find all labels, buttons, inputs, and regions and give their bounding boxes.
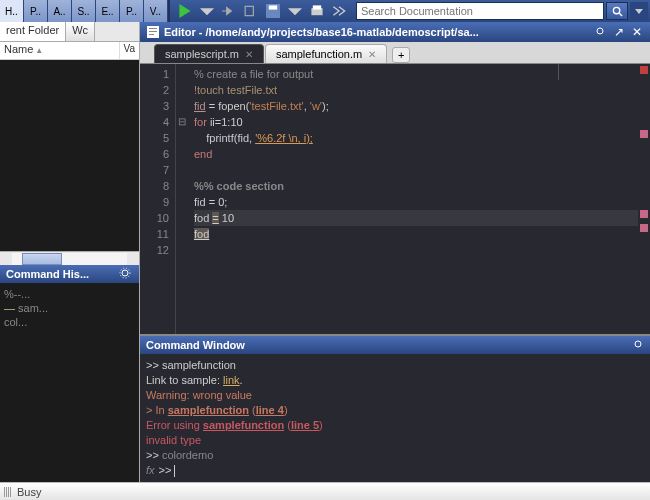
code-line[interactable]: % create a file for output — [194, 66, 638, 82]
line-gutter: 123456789101112 — [140, 64, 176, 334]
line-number: 1 — [140, 66, 169, 82]
tab-workspace[interactable]: Wc — [66, 22, 95, 41]
close-icon[interactable]: ✕ — [630, 25, 644, 39]
code-line[interactable]: fod — [194, 226, 638, 242]
folder-col-name[interactable]: Name▲ — [0, 42, 120, 59]
history-item[interactable]: — sam... — [4, 301, 135, 315]
close-icon[interactable]: ✕ — [245, 49, 253, 60]
command-window: Command Window >> samplefunctionLink to … — [140, 334, 650, 482]
step-icon[interactable] — [220, 2, 238, 20]
search-dropdown-icon[interactable] — [630, 2, 648, 20]
line-number: 3 — [140, 98, 169, 114]
gear-icon[interactable] — [632, 338, 644, 352]
scrollbar-thumb[interactable] — [22, 253, 62, 265]
code-line[interactable]: fid = fopen('testFile.txt', 'w'); — [194, 98, 638, 114]
code-line[interactable] — [194, 242, 638, 258]
svg-rect-12 — [149, 34, 154, 35]
code-line[interactable]: end — [194, 146, 638, 162]
code-line[interactable]: fid = 0; — [194, 194, 638, 210]
code-line[interactable]: !touch testFile.txt — [194, 82, 638, 98]
step-out-icon[interactable] — [242, 2, 260, 20]
ribbon-tab[interactable]: P.. — [24, 0, 48, 22]
svg-point-5 — [613, 7, 619, 13]
sort-asc-icon: ▲ — [35, 46, 43, 55]
fold-toggle — [176, 178, 188, 194]
cmd-line: invalid type — [146, 433, 644, 448]
folder-scrollbar[interactable] — [0, 251, 139, 265]
dropdown-icon[interactable] — [286, 2, 304, 20]
ribbon-tab[interactable]: P.. — [120, 0, 144, 22]
cmd-line: Error using samplefunction (line 5) — [146, 418, 644, 433]
folder-col-value[interactable]: Va — [120, 42, 140, 59]
file-tab-samplefunction[interactable]: samplefunction.m✕ — [265, 44, 387, 63]
code-line[interactable] — [194, 162, 638, 178]
command-window-body[interactable]: >> samplefunctionLink to sample: link.Wa… — [140, 354, 650, 482]
folder-header: Name▲ Va — [0, 42, 139, 60]
command-window-title: Command Window — [140, 336, 650, 354]
history-item[interactable]: col... — [4, 315, 135, 329]
line-number: 5 — [140, 130, 169, 146]
ribbon-tab[interactable]: V.. — [144, 0, 168, 22]
svg-point-7 — [122, 270, 128, 276]
svg-rect-11 — [149, 31, 157, 32]
code-area[interactable]: % create a file for output!touch testFil… — [188, 64, 638, 334]
folder-panel-tabs: rent Folder Wc — [0, 22, 139, 42]
line-number: 6 — [140, 146, 169, 162]
dropdown-icon[interactable] — [198, 2, 216, 20]
file-tab-samplescript[interactable]: samplescript.m✕ — [154, 44, 264, 63]
fold-toggle — [176, 82, 188, 98]
ribbon-tab[interactable]: E.. — [96, 0, 120, 22]
cmd-line: > In samplefunction (line 4) — [146, 403, 644, 418]
save-icon[interactable] — [264, 2, 282, 20]
command-prompt[interactable]: fx>> — [146, 463, 644, 478]
code-line[interactable]: fprintf(fid, '%6.2f \n, i); — [194, 130, 638, 146]
ribbon-tabs: H..P..A..S..E..P..V.. — [0, 0, 168, 22]
command-history-body[interactable]: %--...— sam...col... — [0, 283, 139, 482]
search-button[interactable] — [606, 2, 628, 20]
undock-icon[interactable]: ↗ — [612, 25, 626, 39]
code-line[interactable]: %% code section — [194, 178, 638, 194]
editor-file-tabs: samplescript.m✕ samplefunction.m✕ + — [140, 42, 650, 64]
error-mark-icon[interactable] — [640, 66, 648, 74]
ribbon-tab[interactable]: S.. — [72, 0, 96, 22]
close-icon[interactable]: ✕ — [368, 49, 376, 60]
gear-icon[interactable] — [592, 25, 608, 40]
fold-toggle — [176, 66, 188, 82]
ribbon-tab[interactable]: H.. — [0, 0, 24, 22]
search-container — [354, 0, 650, 22]
new-file-button[interactable]: + — [392, 47, 410, 63]
print-icon[interactable] — [308, 2, 326, 20]
editor-title-bar: Editor - /home/andy/projects/base16-matl… — [140, 22, 650, 42]
line-number: 4 — [140, 114, 169, 130]
center-column: Editor - /home/andy/projects/base16-matl… — [140, 22, 650, 482]
more-icon[interactable] — [330, 2, 348, 20]
line-number: 7 — [140, 162, 169, 178]
svg-rect-2 — [269, 5, 277, 9]
gear-icon[interactable] — [119, 267, 133, 281]
cmd-line: Link to sample: link. — [146, 373, 644, 388]
editor-body[interactable]: 123456789101112 ⊟ % create a file for ou… — [140, 64, 650, 334]
warn-mark-icon[interactable] — [640, 130, 648, 138]
tab-current-folder[interactable]: rent Folder — [0, 22, 66, 41]
fold-gutter[interactable]: ⊟ — [176, 64, 188, 334]
code-marks[interactable] — [638, 64, 650, 334]
code-line[interactable]: fod = 10 — [194, 210, 638, 226]
folder-list[interactable] — [0, 60, 139, 251]
editor-icon — [146, 25, 160, 39]
warn-mark-icon[interactable] — [640, 210, 648, 218]
fold-toggle[interactable]: ⊟ — [176, 114, 188, 130]
ribbon-tab[interactable]: A.. — [48, 0, 72, 22]
warn-mark-icon[interactable] — [640, 224, 648, 232]
run-icon[interactable] — [176, 2, 194, 20]
fold-toggle — [176, 130, 188, 146]
fold-toggle — [176, 226, 188, 242]
svg-point-13 — [597, 28, 603, 34]
history-item[interactable]: %--... — [4, 287, 135, 301]
code-line[interactable]: for ii=1:10 — [194, 114, 638, 130]
line-number: 2 — [140, 82, 169, 98]
line-number: 10 — [140, 210, 169, 226]
svg-rect-0 — [245, 6, 253, 15]
layout-icon[interactable] — [4, 487, 11, 497]
quick-toolbar — [168, 0, 354, 22]
search-input[interactable] — [356, 2, 604, 20]
